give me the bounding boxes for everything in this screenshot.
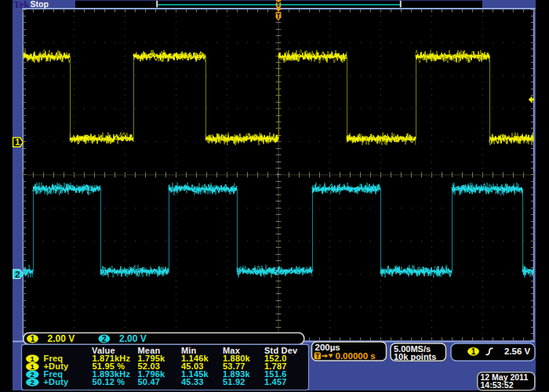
svg-text:2.00 V: 2.00 V <box>119 333 147 344</box>
svg-text:1: 1 <box>471 347 476 356</box>
svg-text:50.47: 50.47 <box>138 377 161 387</box>
svg-text:51.92: 51.92 <box>223 377 245 387</box>
svg-text:1: 1 <box>31 335 35 343</box>
svg-text:Stop: Stop <box>31 0 49 9</box>
svg-text:2.56 V: 2.56 V <box>504 347 531 356</box>
svg-text:2.00 V: 2.00 V <box>48 333 75 344</box>
svg-text:14:53:52: 14:53:52 <box>481 380 514 390</box>
svg-text:50.12 %: 50.12 % <box>93 377 125 387</box>
svg-text:2: 2 <box>15 270 20 279</box>
svg-text:0.00000 s: 0.00000 s <box>336 351 376 361</box>
svg-text:2: 2 <box>31 378 35 387</box>
svg-text:10k points: 10k points <box>394 352 436 361</box>
svg-text:+Duty: +Duty <box>44 377 70 387</box>
svg-text:45.33: 45.33 <box>181 377 204 387</box>
svg-text:Tek: Tek <box>13 0 30 10</box>
svg-text:1: 1 <box>15 137 20 147</box>
svg-text:T: T <box>315 352 320 360</box>
svg-text:1.457: 1.457 <box>264 377 287 387</box>
svg-text:2: 2 <box>102 335 107 343</box>
